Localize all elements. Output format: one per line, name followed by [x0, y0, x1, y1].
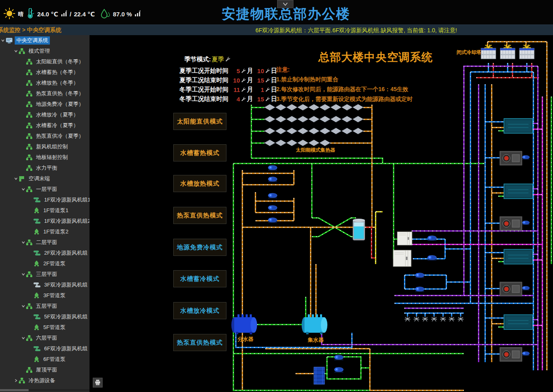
chevron-down-icon[interactable]	[20, 336, 26, 340]
schedule-month-value[interactable]: 4	[231, 96, 240, 103]
floor-radiant-unit-1[interactable]	[504, 119, 533, 133]
mode-button-5[interactable]: 水槽蓄冷模式	[173, 270, 226, 287]
chevron-down-icon[interactable]	[20, 304, 26, 308]
wrench-icon[interactable]	[265, 67, 270, 74]
ground-well-6[interactable]	[449, 316, 454, 321]
mode-button-7[interactable]: 热泵直供热模式	[173, 334, 226, 351]
solar-panel[interactable]	[287, 140, 297, 146]
mode-button-2[interactable]: 水槽放热模式	[173, 175, 226, 192]
pulldown-tab[interactable]	[277, 0, 293, 8]
solar-panel[interactable]	[320, 140, 330, 146]
tree-item-11[interactable]: 地板辐射控制	[0, 152, 90, 163]
solar-panel[interactable]	[342, 128, 352, 134]
plate-heat-exchanger[interactable]	[314, 367, 325, 384]
circulation-pump-3[interactable]	[268, 193, 277, 199]
solar-panel[interactable]	[264, 128, 275, 134]
floor-ahu-4[interactable]	[500, 347, 522, 361]
solar-panel[interactable]	[287, 116, 297, 122]
hx-pump-1[interactable]	[334, 355, 343, 361]
tree-item-25[interactable]: 五层平面	[0, 301, 90, 311]
solar-panel[interactable]	[331, 116, 341, 122]
circulation-pump-1[interactable]	[268, 166, 277, 171]
floor-pump-3[interactable]	[522, 286, 530, 290]
mode-button-3[interactable]: 热泵直供热模式	[173, 207, 226, 224]
tree-item-12[interactable]: 水力平衡	[0, 163, 90, 173]
wrench-icon[interactable]	[241, 86, 246, 93]
tree-item-13[interactable]: 空调末端	[0, 173, 90, 184]
tree-item-28[interactable]: 六层平面	[0, 333, 90, 343]
solar-panel[interactable]	[264, 116, 275, 122]
tree-item-8[interactable]: 水槽蓄冷（夏季）	[0, 120, 90, 131]
solar-panel[interactable]	[331, 128, 341, 134]
floor-radiant-unit-4[interactable]	[504, 315, 533, 329]
tree-item-10[interactable]: 新风机组控制	[0, 141, 90, 152]
mode-button-6[interactable]: 水槽放冷模式	[173, 302, 226, 319]
solar-panel[interactable]	[353, 104, 363, 110]
ground-well-2[interactable]	[414, 316, 419, 321]
chevron-down-icon[interactable]	[0, 38, 6, 43]
solar-panel[interactable]	[342, 116, 352, 122]
schedule-month-value[interactable]: 11	[231, 86, 240, 93]
tree-item-31[interactable]: 屋顶平面	[0, 365, 90, 375]
solar-panel[interactable]	[275, 128, 286, 134]
solar-panel[interactable]	[264, 140, 275, 146]
schedule-day-value[interactable]: 15	[255, 77, 264, 84]
chevron-down-icon[interactable]	[20, 240, 26, 244]
wrench-icon[interactable]	[241, 77, 246, 84]
tree-item-14[interactable]: 一层平面	[0, 184, 90, 195]
wrench-icon[interactable]	[265, 86, 270, 93]
chevron-down-icon[interactable]	[13, 49, 19, 53]
tree-item-3[interactable]: 水槽蓄热（冬季）	[0, 67, 90, 78]
tree-item-27[interactable]: 5F管道泵	[0, 322, 90, 333]
ground-well-1[interactable]	[405, 316, 410, 321]
wrench-icon[interactable]	[265, 96, 270, 103]
tree-item-24[interactable]: 3F管道泵	[0, 290, 90, 301]
tree-item-17[interactable]: 1F双冷源新风机组2	[0, 216, 90, 226]
circulation-pump-5[interactable]	[268, 218, 277, 223]
tree-item-26[interactable]: 5F双冷源新风机组	[0, 311, 90, 322]
chevron-down-icon[interactable]	[20, 187, 26, 191]
schedule-month-value[interactable]: 5	[231, 67, 240, 74]
buffer-tank[interactable]	[353, 219, 365, 240]
tree-item-19[interactable]: 二层平面	[0, 237, 90, 248]
breadcrumb[interactable]: 系统监控 > 中央空调系统	[0, 27, 61, 34]
schedule-day-value[interactable]: 15	[255, 96, 264, 103]
schedule-month-value[interactable]: 10	[231, 77, 240, 84]
solar-panel[interactable]	[353, 128, 363, 134]
floor-radiant-unit-3[interactable]	[504, 249, 533, 264]
solar-panel[interactable]	[320, 104, 330, 110]
schedule-day-value[interactable]: 10	[255, 67, 264, 74]
circulation-pump-2[interactable]	[268, 177, 277, 182]
wrench-icon[interactable]	[241, 96, 246, 103]
solar-panel[interactable]	[298, 104, 308, 110]
solar-panel[interactable]	[298, 116, 308, 122]
chevron-right-icon[interactable]	[13, 379, 19, 383]
tree-item-16[interactable]: 1F管道泵1	[0, 205, 90, 216]
tree-item-6[interactable]: 地源免费冷（夏季）	[0, 99, 90, 110]
tree-item-18[interactable]: 1F管道泵2	[0, 226, 90, 237]
solar-panel[interactable]	[309, 128, 319, 134]
heat-pump-unit-b[interactable]	[393, 250, 411, 267]
hx-pump-2[interactable]	[334, 367, 343, 373]
floor-ahu-2[interactable]	[500, 217, 522, 231]
floor-ahu-3[interactable]	[500, 282, 522, 296]
mode-button-0[interactable]: 太阳能直供模式	[173, 113, 226, 130]
tree-item-15[interactable]: 1F双冷源新风机组1	[0, 195, 90, 205]
solar-panel[interactable]	[320, 128, 330, 134]
solar-panel[interactable]	[309, 104, 319, 110]
tree-item-29[interactable]: 6F双冷源新风机组	[0, 343, 90, 354]
solar-panel[interactable]	[353, 116, 363, 122]
tree-item-23[interactable]: 3F双冷源新风机组	[0, 280, 90, 290]
tree-item-9[interactable]: 热泵直供冷（夏季）	[0, 131, 90, 141]
tree-item-20[interactable]: 2F双冷源新风机组	[0, 248, 90, 258]
tree-item-5[interactable]: 热泵直供热（冬季）	[0, 88, 90, 99]
floor-pump-4[interactable]	[522, 352, 530, 356]
chiller-pump-1[interactable]	[428, 236, 437, 241]
ground-well-3[interactable]	[422, 316, 428, 321]
tree-item-7[interactable]: 水槽放冷（夏季）	[0, 110, 90, 120]
alarm-message[interactable]: 6F双冷源新风机组：六层平面.6F双冷源新风机组.缺风报警, 当前值: 1.0,…	[255, 27, 457, 34]
tree-item-30[interactable]: 6F管道泵	[0, 354, 90, 365]
print-button[interactable]	[93, 378, 103, 388]
tree-item-32[interactable]: 冷热源设备	[0, 375, 90, 386]
ground-well-7[interactable]	[458, 316, 463, 321]
